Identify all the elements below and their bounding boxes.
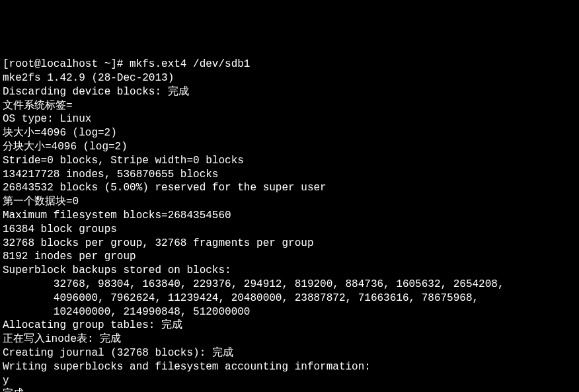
output-line: 32768 blocks per group, 32768 fragments … <box>3 237 576 251</box>
output-line: OS type: Linux <box>3 112 576 126</box>
shell-command: mkfs.ext4 /dev/sdb1 <box>130 58 250 70</box>
output-line: 第一个数据块=0 <box>3 195 576 209</box>
output-line: 102400000, 214990848, 512000000 <box>3 305 576 319</box>
output-line: 正在写入inode表: 完成 <box>3 333 576 346</box>
command-line: [root@localhost ~]# mkfs.ext4 /dev/sdb1 <box>3 58 576 71</box>
output-line: y <box>3 374 576 388</box>
output-line: 16384 block groups <box>3 223 576 237</box>
output-line: Allocating group tables: 完成 <box>3 319 576 333</box>
shell-prompt: [root@localhost ~]# <box>3 58 130 70</box>
output-line: 134217728 inodes, 536870655 blocks <box>3 168 576 182</box>
output-line: Maximum filesystem blocks=2684354560 <box>3 209 576 223</box>
terminal-window[interactable]: [root@localhost ~]# mkfs.ext4 /dev/sdb1m… <box>3 58 576 392</box>
output-line: 8192 inodes per group <box>3 250 576 264</box>
output-line: Writing superblocks and filesystem accou… <box>3 360 576 374</box>
output-line: 完成 <box>3 387 576 392</box>
output-line: 文件系统标签= <box>3 99 576 113</box>
output-line: 4096000, 7962624, 11239424, 20480000, 23… <box>3 292 576 305</box>
output-line: 32768, 98304, 163840, 229376, 294912, 81… <box>3 278 576 292</box>
output-line: Superblock backups stored on blocks: <box>3 264 576 278</box>
output-line: 分块大小=4096 (log=2) <box>3 140 576 154</box>
output-line: 26843532 blocks (5.00%) reserved for the… <box>3 181 576 195</box>
output-line: Creating journal (32768 blocks): 完成 <box>3 346 576 360</box>
output-line: 块大小=4096 (log=2) <box>3 126 576 140</box>
output-line: mke2fs 1.42.9 (28-Dec-2013) <box>3 71 576 85</box>
output-line: Discarding device blocks: 完成 <box>3 85 576 99</box>
output-line: Stride=0 blocks, Stripe width=0 blocks <box>3 154 576 168</box>
